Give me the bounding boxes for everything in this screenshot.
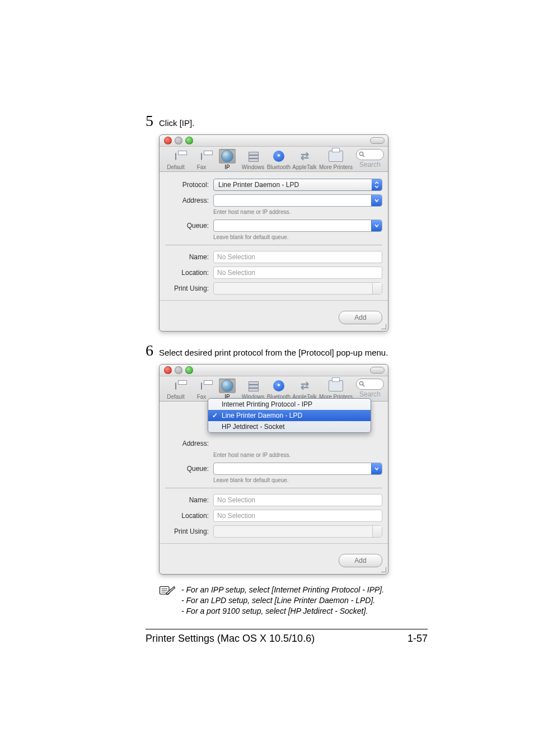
svg-line-1 — [363, 155, 364, 157]
step-6-number: 6 — [146, 342, 153, 360]
dropdown-arrows-icon — [372, 179, 382, 190]
toolbar-search-label: Search — [359, 161, 381, 168]
printusing-select — [213, 525, 382, 538]
name-label: Name: — [165, 496, 213, 504]
toolbar-appletalk[interactable]: ⇄AppleTalk — [292, 379, 317, 400]
toolbar-bluetooth[interactable]: *Bluetooth — [266, 379, 292, 400]
printusing-label: Print Using: — [165, 528, 213, 535]
toolbar-toggle-pill[interactable] — [370, 367, 385, 374]
protocol-value: Line Printer Daemon - LPD — [218, 181, 299, 189]
toolbar-fax-label: Fax — [197, 165, 207, 170]
toolbar-windows[interactable]: Windows — [240, 149, 266, 170]
toolbar-default[interactable]: Default — [163, 149, 189, 170]
window-titlebar[interactable] — [160, 365, 388, 376]
step-6: 6 Select desired print protocol from the… — [146, 342, 428, 360]
footer-page-number: 1-57 — [407, 633, 428, 645]
protocol-popup-menu[interactable]: Internet Printing Protocol - IPP ✓Line P… — [208, 398, 371, 433]
toolbar: Default Fax IP Windows * Bluetooth ⇄ App… — [160, 147, 388, 172]
divider — [165, 245, 382, 245]
toolbar-more-printers[interactable]: More Printers — [320, 149, 352, 170]
appletalk-icon: ⇄ — [301, 380, 309, 392]
add-button-label: Add — [354, 557, 366, 564]
resize-handle-icon[interactable] — [381, 324, 386, 329]
popup-item-socket[interactable]: HP Jetdirect - Socket — [208, 421, 371, 432]
queue-input[interactable] — [213, 220, 382, 232]
svg-line-3 — [363, 385, 364, 386]
queue-hint: Leave blank for default queue. — [165, 234, 382, 240]
add-button-label: Add — [354, 314, 366, 321]
location-value: No Selection — [217, 269, 255, 277]
protocol-select[interactable]: Line Printer Daemon - LPD — [213, 179, 382, 191]
printer-icon — [175, 383, 176, 389]
toolbar-ip[interactable]: IP — [214, 379, 240, 400]
toolbar-appletalk[interactable]: ⇄ AppleTalk — [292, 149, 317, 170]
toolbar-search[interactable]: Search — [352, 149, 385, 168]
name-field[interactable]: No Selection — [213, 251, 382, 263]
search-icon — [359, 381, 365, 387]
windows-icon — [247, 381, 259, 390]
queue-label: Queue: — [165, 465, 213, 473]
windows-icon — [247, 152, 259, 161]
name-field[interactable]: No Selection — [213, 494, 382, 506]
step-5: 5 Click [IP]. — [146, 112, 428, 130]
toolbar-search[interactable]: Search — [352, 379, 385, 398]
globe-icon — [221, 380, 233, 392]
more-printers-icon — [329, 380, 343, 391]
toolbar-more-label: More Printers — [319, 165, 353, 170]
minimize-icon — [175, 366, 182, 374]
note-line-3: - For a port 9100 setup, select [HP Jetd… — [181, 606, 384, 617]
step-6-text: Select desired print protocol from the [… — [159, 348, 388, 357]
popup-item-lpd[interactable]: ✓Line Printer Daemon - LPD — [208, 410, 371, 421]
close-icon[interactable] — [164, 366, 172, 374]
add-button: Add — [339, 311, 382, 324]
toolbar-windows[interactable]: Windows — [240, 379, 266, 400]
toolbar-ip-label: IP — [224, 165, 229, 170]
toolbar-default-label: Default — [167, 394, 185, 400]
address-input[interactable] — [213, 194, 382, 207]
address-hint: Enter host name or IP address. — [165, 209, 382, 215]
location-value: No Selection — [217, 512, 255, 520]
location-label: Location: — [165, 512, 213, 520]
name-label: Name: — [165, 253, 213, 261]
toolbar-default[interactable]: Default — [163, 379, 189, 400]
close-icon[interactable] — [164, 137, 172, 144]
check-icon: ✓ — [212, 412, 218, 419]
toolbar-bluetooth[interactable]: * Bluetooth — [266, 149, 292, 170]
toolbar-fax[interactable]: Fax — [189, 149, 214, 170]
printusing-label: Print Using: — [165, 284, 213, 292]
name-value: No Selection — [217, 496, 255, 504]
svg-point-2 — [359, 381, 363, 385]
toolbar-default-label: Default — [167, 165, 185, 170]
popup-item-ipp[interactable]: Internet Printing Protocol - IPP — [208, 399, 371, 410]
divider — [165, 488, 382, 488]
toolbar-appletalk-label: AppleTalk — [292, 165, 316, 170]
stepper-icon — [372, 283, 382, 294]
zoom-icon[interactable] — [185, 137, 193, 144]
bluetooth-icon: * — [273, 151, 284, 162]
toolbar-ip[interactable]: IP — [214, 149, 240, 170]
toolbar-more-printers[interactable]: More Printers — [320, 379, 352, 400]
svg-point-0 — [359, 152, 363, 155]
divider — [160, 543, 388, 544]
stepper-icon — [372, 526, 382, 537]
note-block: - For an IPP setup, select [Internet Pri… — [159, 585, 428, 617]
minimize-icon — [175, 137, 182, 144]
page-footer: Printer Settings (Mac OS X 10.5/10.6) 1-… — [146, 633, 428, 645]
address-label: Address: — [165, 197, 213, 204]
queue-input[interactable] — [213, 463, 382, 475]
footer-separator — [146, 629, 428, 629]
note-icon — [159, 585, 176, 597]
bluetooth-icon: * — [273, 380, 284, 391]
add-printer-dialog-2: Default Fax IP Windows *Bluetooth ⇄Apple… — [159, 364, 388, 575]
location-label: Location: — [165, 269, 213, 277]
zoom-icon[interactable] — [185, 366, 193, 374]
resize-handle-icon[interactable] — [381, 567, 386, 572]
toolbar-toggle-pill[interactable] — [370, 137, 385, 144]
location-field[interactable]: No Selection — [213, 267, 382, 279]
toolbar-bluetooth-label: Bluetooth — [267, 165, 291, 170]
toolbar-fax-label: Fax — [197, 394, 207, 400]
toolbar-fax[interactable]: Fax — [189, 379, 214, 400]
form-area: Protocol: Line Printer Daemon - LPD Addr… — [160, 172, 388, 304]
window-titlebar[interactable] — [160, 135, 388, 147]
location-field[interactable]: No Selection — [213, 510, 382, 522]
